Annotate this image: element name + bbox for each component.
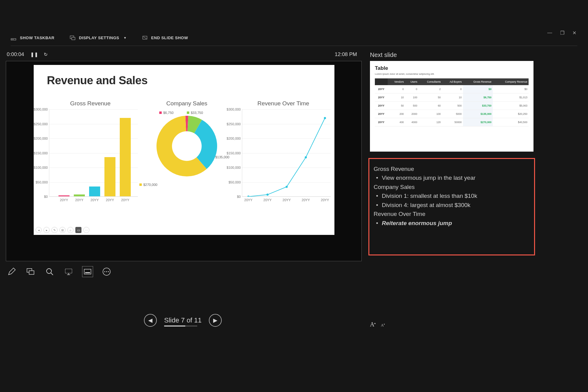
- zoom-button[interactable]: [44, 266, 55, 277]
- current-slide[interactable]: Revenue and Sales Gross Revenue $0$50,00…: [34, 65, 334, 235]
- notes-line: Company Sales: [374, 183, 530, 191]
- chevron-down-icon: ▼: [123, 36, 126, 40]
- svg-line-15: [51, 273, 53, 275]
- elapsed-time: 0:00:04: [7, 51, 24, 58]
- svg-rect-16: [65, 269, 72, 273]
- bar: [58, 195, 70, 196]
- subtitle-toggle-button[interactable]: [82, 266, 93, 277]
- donut-chart-title: Company Sales: [141, 100, 233, 107]
- slide-title: Revenue and Sales: [47, 74, 148, 87]
- donut-svg: [153, 112, 221, 180]
- legend-label-cyan: $135,000: [215, 155, 229, 159]
- svg-point-24: [108, 271, 109, 272]
- bar-ytick: $200,000: [28, 137, 49, 140]
- slide-progress-bar: [164, 326, 197, 326]
- end-show-icon: [142, 35, 148, 41]
- mini-pen-icon[interactable]: ✎: [51, 227, 58, 233]
- increase-font-button[interactable]: A▴: [370, 321, 376, 328]
- end-slideshow-label: END SLIDE SHOW: [151, 36, 188, 40]
- line-ytick: $200,000: [221, 137, 242, 140]
- display-settings-icon: [70, 35, 75, 41]
- svg-point-22: [104, 271, 105, 272]
- bar-xlabel: 20YY: [104, 198, 116, 202]
- bar: [74, 194, 85, 196]
- pen-tool-button[interactable]: [6, 266, 17, 277]
- current-slide-frame: Revenue and Sales Gross Revenue $0$50,00…: [6, 61, 362, 261]
- bar: [104, 157, 115, 196]
- bar: [89, 187, 100, 196]
- bar: [120, 118, 131, 197]
- slide-position-label: Slide 7 of 11: [164, 316, 202, 324]
- mini-subtitle-icon[interactable]: ▭: [75, 227, 81, 233]
- bar-ytick: $0: [28, 195, 49, 198]
- svg-point-7: [247, 195, 250, 197]
- current-time: 12:08 PM: [335, 51, 357, 58]
- legend-swatch-yellow: [139, 183, 142, 186]
- line-xlabel: 20YY: [300, 198, 312, 202]
- svg-point-8: [266, 194, 269, 196]
- bar-xlabel: 20YY: [73, 198, 85, 202]
- line-xlabel: 20YY: [281, 198, 293, 202]
- pause-timer-button[interactable]: ❚❚: [30, 52, 38, 57]
- end-slideshow-button[interactable]: END SLIDE SHOW: [142, 35, 188, 41]
- svg-point-11: [324, 117, 326, 119]
- gross-revenue-chart: Gross Revenue $0$50,000$100,000$150,000$…: [43, 100, 138, 197]
- next-slide-heading: Next slide: [370, 51, 397, 58]
- notes-line: View enormous jump in the last year: [374, 173, 530, 182]
- speaker-notes-panel[interactable]: Gross RevenueView enormous jump in the l…: [368, 158, 535, 255]
- mini-more-icon[interactable]: ⋯: [83, 227, 89, 233]
- svg-rect-2: [13, 39, 14, 40]
- reset-timer-button[interactable]: ↻: [44, 52, 48, 57]
- line-chart-title: Revenue Over Time: [236, 100, 331, 107]
- mini-allslides-icon[interactable]: ⊞: [59, 227, 66, 233]
- table-row: 20YY5050060500$33,750$5,063: [375, 102, 529, 110]
- table-header: Users: [405, 78, 419, 85]
- black-screen-button[interactable]: [63, 266, 74, 277]
- bar-ytick: $300,000: [28, 107, 49, 111]
- svg-point-9: [286, 186, 288, 188]
- mini-zoom-icon[interactable]: ⌕: [67, 227, 74, 233]
- next-slide-button[interactable]: ▶: [209, 314, 222, 327]
- notes-line: Division 1: smallest at less than $10k: [374, 191, 530, 200]
- presenter-tools: [6, 266, 112, 277]
- table-header: Ad Buyers: [442, 78, 463, 85]
- svg-point-10: [305, 156, 307, 158]
- more-options-button[interactable]: [101, 266, 112, 277]
- prev-slide-button[interactable]: ◀: [144, 314, 157, 327]
- next-slide-thumbnail[interactable]: Table Lorem ipsum dolor sit amet, consec…: [370, 61, 533, 152]
- slide-navigation: ◀ Slide 7 of 11 ▶: [144, 314, 222, 327]
- notes-line: Reiterate enormous jump: [374, 219, 530, 228]
- legend-label-yellow: $270,000: [143, 183, 157, 187]
- mini-prev-icon[interactable]: ◂: [36, 227, 42, 233]
- line-xlabel: 20YY: [319, 198, 331, 202]
- next-slide-table: VendorsUsersConsultantsAd BuyersGross Re…: [375, 78, 529, 126]
- bar-xlabel: 20YY: [119, 198, 131, 202]
- revenue-over-time-chart: Revenue Over Time $0$50,000$100,000$150,…: [236, 100, 331, 197]
- svg-rect-19: [84, 269, 91, 274]
- line-xlabel: 20YY: [242, 198, 254, 202]
- bar-xlabel: 20YY: [58, 198, 70, 202]
- svg-rect-1: [12, 39, 13, 40]
- notes-line: Division 4: largest at almost $300k: [374, 201, 530, 209]
- line-xlabel: 20YY: [262, 198, 274, 202]
- notes-line: Gross Revenue: [374, 164, 530, 173]
- notes-font-size-controls: A▴ A▾: [370, 321, 385, 328]
- display-settings-button[interactable]: DISPLAY SETTINGS ▼: [70, 35, 127, 41]
- legend-swatch-cyan: [211, 156, 214, 158]
- next-slide-title: Table: [375, 65, 529, 71]
- table-row: 20YY101005010$6,750$1,013: [375, 93, 529, 102]
- see-all-slides-button[interactable]: [25, 266, 36, 277]
- svg-rect-20: [85, 272, 90, 273]
- svg-rect-4: [72, 37, 75, 40]
- table-header: [375, 78, 388, 85]
- presenter-toolbar: SHOW TASKBAR DISPLAY SETTINGS ▼ END SLID…: [11, 30, 577, 46]
- taskbar-icon: [11, 35, 16, 41]
- decrease-font-button[interactable]: A▾: [381, 323, 385, 328]
- bar-xlabel: 20YY: [89, 198, 101, 202]
- line-ytick: $0: [221, 195, 242, 198]
- bar-ytick: $250,000: [28, 122, 49, 126]
- show-taskbar-button[interactable]: SHOW TASKBAR: [11, 35, 55, 41]
- table-row: 20YY400400012050000$270,000$40,500: [375, 118, 529, 126]
- mini-next-icon[interactable]: ▸: [43, 227, 50, 233]
- table-header: Vendors: [388, 78, 405, 85]
